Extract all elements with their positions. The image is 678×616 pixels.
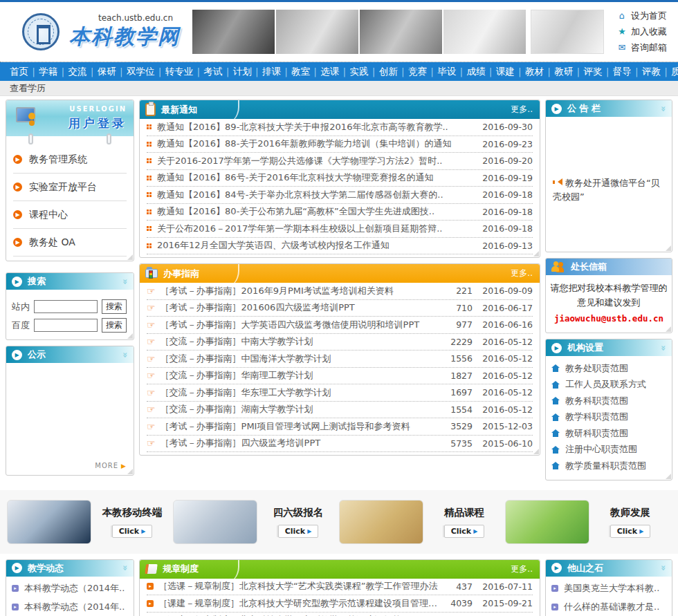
rule-item[interactable]: ▸ ［课建－规章制度］北京科技大学研究型教学示范课程建设项目管理办法(试行) 4… (147, 595, 533, 613)
orange-dots-icon (147, 158, 149, 160)
gongshi-more-link[interactable]: MORE ▶ (95, 462, 127, 469)
guide-item[interactable]: ☞ ［交流－办事指南］中南大学教学计划 2229 2016-05-12 (147, 334, 533, 351)
mobile-app-banner-image[interactable] (7, 500, 91, 544)
stones-item-label: 什么样的基础课教才是.. (564, 601, 659, 613)
guide-item[interactable]: ☞ ［考试－办事指南］201606四六级监考培训PPT 710 2016-06-… (147, 300, 533, 317)
quality-courses-banner-image[interactable] (339, 500, 423, 544)
dynamics-item[interactable]: ▸ 本科教学动态（2014年.. (12, 598, 128, 616)
guide-item[interactable]: ☞ ［考试－办事指南］四六级监考培训PPT 5735 2015-06-10 (147, 436, 533, 453)
rule-item[interactable]: ▸ ［课建－规章制度］北京科技大学研究型教学示范课建设规范 3531 2015-… (147, 613, 533, 616)
guide-view-count: 710 (445, 303, 473, 313)
portal-link[interactable]: ▶ 实验室开放平台 (13, 174, 127, 201)
banner-click-button[interactable]: Click▶ (444, 525, 485, 538)
click-label: Click (617, 527, 637, 536)
mailbox-email-link[interactable]: jiaowuchu@ustb.edu.cn (550, 311, 668, 326)
nav-item[interactable]: 督导 (613, 66, 642, 78)
org-item[interactable]: 教学质量科职责范围 (551, 458, 666, 474)
org-item[interactable]: 教研科职责范围 (551, 425, 666, 442)
nav-item[interactable]: 排课 (262, 66, 291, 78)
more-label: MORE (95, 462, 118, 469)
nav-item[interactable]: 选课 (320, 66, 349, 78)
guide-item[interactable]: ☞ ［交流－办事指南］华东理工大学教学计划 1697 2016-05-12 (147, 384, 533, 402)
guide-item[interactable]: ☞ ［考试－办事指南］PMI项目管理考试网上测试指导和参考资料 3529 201… (147, 418, 533, 436)
site-search-input[interactable] (34, 300, 98, 313)
org-item[interactable]: 工作人员及联系方式 (551, 377, 666, 393)
mailbox-line2: 意见和建议发到 (578, 297, 641, 308)
stones-item[interactable]: ▸ 什么样的基础课教才是.. (551, 598, 666, 616)
nav-item[interactable]: 质量 (671, 66, 678, 78)
banner-click-button[interactable]: Click▶ (278, 525, 319, 538)
stones-item[interactable]: ▸ 美国奥克兰大学本科教.. (551, 579, 666, 598)
collapse-chevron-icon[interactable]: » (658, 345, 668, 351)
banner-click-button[interactable]: Click▶ (610, 525, 651, 538)
notices-more-link[interactable]: 更多.. (511, 104, 533, 115)
nav-item[interactable]: 教研 (554, 66, 583, 78)
collapse-chevron-icon[interactable]: » (120, 352, 130, 357)
banner-click-button[interactable]: Click▶ (112, 525, 153, 538)
notice-item[interactable]: 教通知【2016】80-关于公布第九届“高教杯”全国大学生先进成图技.. 201… (147, 204, 533, 221)
portal-link[interactable]: ▶ 教务管理系统 (13, 146, 127, 174)
rules-list: ▸ ［选课－规章制度］北京科技大学“艺术实践类课程”教学工作管理办法 437 2… (140, 579, 540, 616)
portal-link[interactable]: ▶ 课程中心 (13, 201, 127, 229)
cet-banner-image[interactable] (173, 500, 257, 544)
org-item[interactable]: 教务处职责范围 (551, 360, 666, 377)
nav-item[interactable]: 评奖 (583, 66, 612, 78)
notice-item[interactable]: 2016年12月全国大学英语四、六级考试校内报名工作通知 2016-09-13 (147, 238, 533, 255)
notice-item[interactable]: 教通知【2016】84号-关于举办北京科技大学第二届传感器创新大赛的.. 201… (147, 187, 533, 204)
baidu-search-button[interactable]: 搜索 (102, 318, 127, 333)
nav-item[interactable]: 保研 (98, 66, 127, 78)
collapse-chevron-icon[interactable]: » (658, 565, 668, 570)
nav-item[interactable]: 创新 (379, 66, 408, 78)
nav-item[interactable]: 交流 (68, 66, 97, 78)
org-item[interactable]: 注册中心职责范围 (551, 442, 666, 458)
guide-item[interactable]: ☞ ［交流－办事指南］华南理工教学计划 1827 2016-05-12 (147, 368, 533, 385)
nav-item[interactable]: 考试 (203, 66, 232, 78)
guide-item[interactable]: ☞ ［交流－办事指南］湖南大学教学计划 1554 2016-05-12 (147, 402, 533, 419)
nav-item[interactable]: 双学位 (127, 66, 165, 78)
rules-more-link[interactable]: 更多.. (511, 563, 533, 575)
guide-item[interactable]: ☞ ［考试－办事指南］大学英语四六级监考微信使用说明和培训PPT 977 201… (147, 317, 533, 334)
nav-item[interactable]: 成绩 (467, 66, 496, 78)
main-content: USERLOGIN 用户登录 ▶ 教务管理系统 ▶ 实验 (0, 96, 678, 486)
nav-item[interactable]: 教室 (291, 66, 320, 78)
notice-item[interactable]: 关于2016-2017学年第一学期公共选修课《大学物理学习方法2》暂时.. 20… (147, 153, 533, 170)
baidu-search-input[interactable] (34, 319, 98, 332)
teacher-development-banner-image[interactable] (505, 500, 589, 544)
site-search-button[interactable]: 搜索 (102, 299, 127, 314)
org-item[interactable]: 教务科职责范围 (551, 393, 666, 409)
people-icon (551, 261, 565, 273)
notice-item[interactable]: 教通知【2016】86号-关于2016年北京科技大学物理竞赛报名的通知 2016… (147, 170, 533, 187)
nav-item[interactable]: 计划 (233, 66, 262, 78)
notice-item[interactable]: 关于公布2016－2017学年第一学期本科生校级以上创新项目延期答辩.. 201… (147, 221, 533, 238)
add-favorite-link[interactable]: ★ 加入收藏 (617, 26, 667, 38)
board-body: 教务处开通微信平台“贝壳校园” (546, 117, 672, 252)
nav-item[interactable]: 转专业 (165, 66, 204, 78)
portal-link[interactable]: ▶ 教务处 OA (13, 229, 127, 256)
nav-item[interactable]: 课建 (496, 66, 525, 78)
org-item[interactable]: 教学科职责范围 (551, 409, 666, 426)
rule-item[interactable]: ▸ ［选课－规章制度］北京科技大学“艺术实践类课程”教学工作管理办法 437 2… (147, 579, 533, 596)
nav-item[interactable]: 教材 (525, 66, 554, 78)
orange-arrow-icon: ▶ (13, 155, 22, 164)
notice-item[interactable]: 教通知【2016】88-关于2016年新教师教学能力培训（集中培训）的通知 20… (147, 136, 533, 153)
rules-title: 规章制度 (163, 563, 199, 575)
collapse-chevron-icon[interactable]: » (120, 565, 130, 570)
nav-item[interactable]: 学籍 (39, 66, 68, 78)
contact-mail-link[interactable]: ✉ 咨询邮箱 (617, 41, 667, 54)
user-login-header[interactable]: USERLOGIN 用户登录 (6, 100, 134, 136)
view-degree-link[interactable]: 查看学历 (10, 83, 46, 93)
nav-item[interactable]: 竞赛 (408, 66, 437, 78)
guide-item[interactable]: ☞ ［考试－办事指南］2016年9月PMI考试监考培训相关资料 221 2016… (147, 283, 533, 300)
board-announcement-link[interactable]: 教务处开通微信平台“贝壳校园” (553, 178, 660, 202)
guide-item[interactable]: ☞ ［交流－办事指南］中国海洋大学教学计划 1556 2016-05-12 (147, 351, 533, 368)
nav-item[interactable]: 首页 (10, 66, 39, 78)
nav-item[interactable]: 评教 (642, 66, 671, 78)
dynamics-item[interactable]: ▸ 本科教学动态（2014年.. (12, 579, 128, 598)
notice-item[interactable]: 教通知【2016】89-北京科技大学关于申报2016年北京市高等教育教学.. 2… (147, 119, 533, 136)
nav-item[interactable]: 实践 (350, 66, 379, 78)
collapse-chevron-icon[interactable]: » (658, 106, 668, 111)
collapse-chevron-icon[interactable]: » (120, 279, 130, 284)
guide-more-link[interactable]: 更多.. (511, 268, 533, 279)
nav-item[interactable]: 毕设 (437, 66, 466, 78)
set-homepage-link[interactable]: ⌂ 设为首页 (617, 10, 667, 22)
